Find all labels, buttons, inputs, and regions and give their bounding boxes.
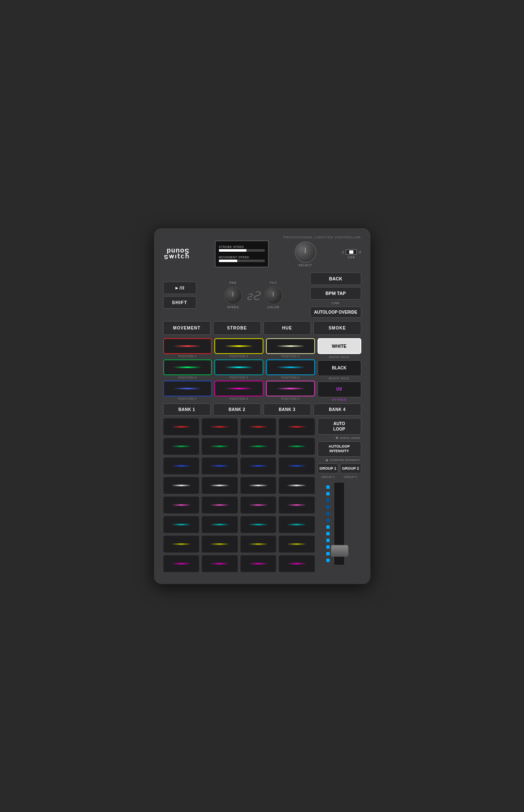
position-row-3: POSITION 7 POSITION 8 POSITION 9	[163, 381, 315, 400]
scene-pad-r1c1[interactable]	[163, 418, 200, 436]
scene-pad-r7c1[interactable]	[163, 535, 200, 553]
scene-pad-r8c4[interactable]	[278, 555, 315, 572]
scene-pad-r5c2[interactable]	[201, 496, 238, 514]
scene-pad-r6c4[interactable]	[278, 516, 315, 533]
pad9-light	[276, 388, 305, 389]
bank2-button[interactable]: BANK 2	[213, 404, 261, 416]
bpm-tap-button[interactable]: BPM TAP	[310, 287, 361, 300]
scene-pad-r6c2[interactable]	[201, 516, 238, 533]
pan-speed-knob[interactable]	[224, 286, 242, 304]
uv-hold-label: UV HOLD	[332, 398, 347, 401]
bank-row: BANK 1 BANK 2 BANK 3 BANK 4	[163, 404, 361, 416]
fader-led-8	[326, 532, 330, 535]
movement-speed-label: MOVEMENT SPEED	[219, 256, 265, 259]
pad-group-pos3: POSITION 3	[266, 338, 315, 358]
scene-pad-r4c2[interactable]	[201, 477, 238, 494]
position-8-label: POSITION 8	[230, 397, 248, 400]
group1-button[interactable]: GROUP 1	[318, 463, 339, 473]
movement-speed-row: MOVEMENT SPEED	[219, 256, 265, 262]
scene-pad-r6c1[interactable]	[163, 516, 200, 533]
scene-pad-r2c2[interactable]	[201, 438, 238, 455]
scene-pad-r8c2[interactable]	[201, 555, 238, 572]
scene-row-2	[163, 438, 315, 455]
scene-pad-r4c3[interactable]	[240, 477, 277, 494]
usb-label: USB	[348, 256, 355, 259]
pad1-light	[173, 345, 201, 347]
scene-pad-r5c1[interactable]	[163, 496, 200, 514]
white-hold-button[interactable]: WHITE	[318, 338, 361, 354]
position-row-1: POSITION 1 POSITION 2 POSITION 3	[163, 338, 315, 358]
position-pad-2[interactable]	[214, 338, 263, 354]
fader-handle[interactable]	[331, 545, 348, 557]
pad2-light	[225, 345, 253, 347]
scene-pad-r7c3[interactable]	[240, 535, 277, 553]
strobe-button[interactable]: STROBE	[213, 321, 261, 335]
position-pad-3[interactable]	[266, 338, 315, 354]
scene-pad-r7c4[interactable]	[278, 535, 315, 553]
scene-pad-r5c4[interactable]	[278, 496, 315, 514]
position-pad-8[interactable]	[214, 381, 263, 396]
scene-pad-r2c3[interactable]	[240, 438, 277, 455]
position-5-label: POSITION 5	[230, 376, 248, 379]
tilt-color-knob[interactable]	[264, 286, 283, 304]
fader-led-10	[326, 545, 330, 549]
play-pause-button[interactable]: ►/II	[163, 282, 196, 294]
position-pad-5[interactable]	[214, 359, 263, 375]
position-pad-9[interactable]	[266, 381, 315, 396]
bank4-button[interactable]: BANK 4	[313, 404, 361, 416]
pad4-light	[173, 366, 201, 368]
link-label: LINK	[310, 302, 361, 304]
scene-pad-r1c2[interactable]	[201, 418, 238, 436]
scene-pad-r8c3[interactable]	[240, 555, 277, 572]
white-hold-label: WHITE HOLD	[329, 356, 350, 359]
group-sub-row: GROUP 3 GROUP 4	[318, 475, 361, 478]
select-knob[interactable]	[295, 241, 316, 263]
scene-pad-r3c4[interactable]	[278, 457, 315, 475]
back-button[interactable]: BACK	[310, 272, 361, 285]
scene-pad-r6c3[interactable]	[240, 516, 277, 533]
header-row: Sound ɥɔʇıʍS STROBE SPEED MOVEMENT SPEED…	[163, 240, 361, 267]
group2-button[interactable]: GROUP 2	[340, 463, 361, 473]
position-pad-4[interactable]	[163, 359, 212, 375]
scene-pad-r1c4[interactable]	[278, 418, 315, 436]
pad-group-pos2: POSITION 2	[214, 338, 263, 358]
scene-pad-r4c4[interactable]	[278, 477, 315, 494]
scene-pad-r1c3[interactable]	[240, 418, 277, 436]
usb-slot[interactable]	[345, 249, 357, 255]
uv-hold-button[interactable]: UV	[318, 381, 361, 397]
scene-pad-r4c1[interactable]	[163, 477, 200, 494]
scene-pad-r3c1[interactable]	[163, 457, 200, 475]
black-label: BLACK	[332, 366, 347, 370]
autoloop-override-button[interactable]: AUTOLOOP OVERIDE	[310, 307, 361, 318]
display-screen: STROBE SPEED MOVEMENT SPEED	[215, 240, 269, 267]
autoloop-intensity-button[interactable]: AUTOLOOPINTENSITY	[318, 441, 361, 457]
scene-pad-r5c3[interactable]	[240, 496, 277, 514]
strobe-bar-fill	[219, 249, 246, 252]
scene-pad-r2c4[interactable]	[278, 438, 315, 455]
position-pad-7[interactable]	[163, 381, 212, 396]
position-6-label: POSITION 6	[281, 376, 300, 379]
black-hold-button[interactable]: BLACK	[318, 360, 361, 376]
smoke-button[interactable]: SMOKE	[313, 321, 361, 335]
fader-led-5	[326, 512, 330, 515]
fader-track	[334, 482, 345, 565]
scene-pad-r7c2[interactable]	[201, 535, 238, 553]
scene-pad-r3c3[interactable]	[240, 457, 277, 475]
position-pad-6[interactable]	[266, 359, 315, 375]
bank3-button[interactable]: BANK 3	[263, 404, 311, 416]
scene-pad-r2c1[interactable]	[163, 438, 200, 455]
soundswitch-center-logo: ꙅƧ	[246, 289, 260, 303]
movement-button[interactable]: MOVEMENT	[163, 321, 211, 335]
shift-button[interactable]: SHIFT	[163, 296, 196, 309]
strobe-speed-bar	[219, 249, 265, 252]
hue-button[interactable]: HUE	[263, 321, 311, 335]
position-pad-1[interactable]	[163, 338, 212, 354]
auto-loop-button[interactable]: AUTOLOOP	[318, 418, 361, 435]
bank1-button[interactable]: BANK 1	[163, 404, 211, 416]
fader-led-2	[326, 492, 330, 495]
scene-pad-r3c2[interactable]	[201, 457, 238, 475]
scene-pad-r8c1[interactable]	[163, 555, 200, 572]
controls-row: ►/II SHIFT PAN SPEED ꙅƧ TILT COLOR BACK …	[163, 272, 361, 318]
movement-speed-bar	[219, 260, 265, 262]
pad-group-pos1: POSITION 1	[163, 338, 212, 358]
